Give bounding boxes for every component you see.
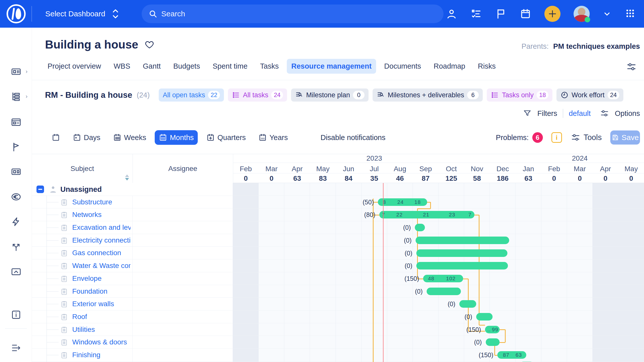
dashboard-panel-icon[interactable]	[0, 164, 32, 180]
task-link[interactable]: Windows & doors	[72, 338, 127, 346]
gantt-bar[interactable]: ..99	[485, 326, 500, 333]
scale-weeks-button[interactable]: Weeks	[109, 130, 150, 145]
gantt-bar[interactable]: 48102	[423, 275, 463, 282]
gantt-bar[interactable]	[427, 288, 461, 295]
gantt-bar[interactable]	[416, 262, 508, 269]
assignee-cell[interactable]	[133, 272, 233, 285]
assignee-cell[interactable]	[133, 336, 233, 348]
favorite-heart-icon[interactable]	[144, 39, 154, 50]
task-link[interactable]: Excavation and leve	[72, 223, 131, 232]
assignee-cell[interactable]	[133, 285, 233, 298]
expand-sidebar-icon[interactable]	[0, 340, 32, 356]
parents-value[interactable]: PM techniques examples	[553, 42, 640, 50]
filters-label[interactable]: Filters	[537, 109, 557, 118]
task-link[interactable]: Networks	[72, 211, 102, 219]
view-settings-icon[interactable]	[626, 61, 637, 72]
problems-indicator[interactable]: Problems: 6	[496, 132, 543, 143]
assignee-cell[interactable]	[133, 247, 233, 259]
tab-spent-time[interactable]: Spent time	[208, 59, 252, 74]
checklist-icon[interactable]	[470, 8, 482, 20]
gantt-bar[interactable]	[416, 249, 507, 257]
scale-calendar-button[interactable]	[48, 130, 64, 145]
tab-project-overview[interactable]: Project overview	[43, 59, 106, 74]
gantt-bar[interactable]	[486, 338, 500, 346]
gantt-bar[interactable]	[476, 313, 493, 321]
task-link[interactable]: Substructure	[72, 198, 112, 206]
collapse-group-button[interactable]	[36, 186, 44, 193]
task-link[interactable]: Finishing	[72, 351, 100, 359]
assignee-cell[interactable]	[133, 323, 233, 336]
avatar[interactable]	[574, 6, 590, 22]
task-link[interactable]: Electricity connectio	[72, 236, 131, 244]
select-dashboard-button[interactable]: Select Dashboard	[45, 0, 119, 28]
tab-risks[interactable]: Risks	[473, 59, 500, 74]
flag-icon[interactable]	[0, 139, 32, 155]
tab-resource-management[interactable]: Resource management	[287, 59, 376, 74]
chip-all-open-tasks[interactable]: All open tasks22	[159, 88, 224, 102]
task-link[interactable]: Exterior walls	[72, 300, 114, 308]
chip-milestones-deliverables[interactable]: Milestones + deliverables6	[373, 88, 483, 102]
task-link[interactable]: Gas connection	[72, 249, 121, 257]
project-card-icon[interactable]	[0, 114, 32, 130]
disable-notifications-link[interactable]: Disable notifications	[320, 133, 385, 142]
gantt-bar[interactable]: 82418	[378, 198, 427, 206]
info-icon[interactable]: i	[551, 132, 562, 143]
chevron-down-icon[interactable]	[603, 10, 611, 18]
gantt-bar[interactable]	[415, 224, 425, 231]
subject-column-header[interactable]: Subject	[32, 154, 133, 183]
add-button[interactable]	[544, 6, 560, 22]
assignee-cell[interactable]	[133, 196, 233, 208]
info-icon[interactable]	[0, 307, 32, 323]
gantt-bar[interactable]	[416, 237, 509, 244]
tab-tasks[interactable]: Tasks	[256, 59, 283, 74]
assignee-column-header[interactable]: Assignee	[133, 154, 233, 183]
options-label[interactable]: Options	[615, 109, 640, 118]
tab-budgets[interactable]: Budgets	[169, 59, 205, 74]
gantt-bar[interactable]: 8763	[497, 351, 526, 359]
filters-default-link[interactable]: default	[569, 109, 591, 118]
chip-work-effort[interactable]: Work effort24	[556, 88, 623, 102]
task-link[interactable]: Envelope	[72, 275, 102, 283]
save-button[interactable]: Save	[610, 130, 640, 145]
apps-grid-icon[interactable]	[624, 8, 636, 20]
app-logo-icon[interactable]	[7, 4, 26, 23]
tools-button[interactable]: Tools	[571, 132, 602, 143]
assignee-cell[interactable]	[133, 349, 233, 361]
activity-bolt-icon[interactable]	[0, 214, 32, 230]
tab-documents[interactable]: Documents	[380, 59, 426, 74]
tab-roadmap[interactable]: Roadmap	[429, 59, 470, 74]
task-link[interactable]: Roof	[72, 313, 87, 321]
wbs-tree-icon[interactable]: ›	[0, 88, 32, 105]
sort-arrows-icon[interactable]	[125, 174, 129, 180]
flag-icon[interactable]	[495, 8, 507, 20]
scale-days-button[interactable]: Days	[69, 130, 104, 145]
assignee-cell[interactable]	[133, 298, 233, 310]
chevron-right-icon[interactable]: ›	[26, 93, 27, 100]
chip-milestone-plan[interactable]: Milestone plan0	[291, 88, 369, 102]
chip-tasks-only[interactable]: Tasks only18	[487, 88, 552, 102]
chip-all-tasks[interactable]: All tasks24	[228, 88, 287, 102]
task-link[interactable]: Foundation	[72, 287, 107, 295]
export-box-icon[interactable]	[0, 263, 32, 280]
gantt-bar[interactable]	[459, 300, 476, 308]
assignee-cell[interactable]	[133, 208, 233, 221]
task-link[interactable]: Water & Waste conn	[72, 262, 131, 270]
tab-wbs[interactable]: WBS	[109, 59, 135, 74]
tab-gantt[interactable]: Gantt	[138, 59, 165, 74]
scale-years-button[interactable]: 365Years	[254, 130, 292, 145]
assignee-cell[interactable]	[133, 310, 233, 323]
scale-months-button[interactable]: Months	[155, 130, 198, 145]
assignee-cell[interactable]	[133, 259, 233, 272]
search-input[interactable]: Search	[142, 5, 444, 23]
dashboard-icon[interactable]: ›	[0, 64, 32, 80]
user-icon[interactable]	[446, 8, 457, 20]
scale-quarters-button[interactable]: Quarters	[202, 130, 250, 145]
assignee-cell[interactable]	[133, 234, 233, 247]
budget-euro-icon[interactable]	[0, 189, 32, 205]
assignee-cell[interactable]	[133, 221, 233, 234]
gantt-bar[interactable]: 72221237	[379, 211, 474, 218]
chevron-right-icon[interactable]: ›	[26, 68, 27, 75]
task-link[interactable]: Utilities	[72, 326, 95, 334]
calendar-icon[interactable]	[520, 8, 531, 20]
split-arrows-icon[interactable]	[0, 239, 32, 255]
